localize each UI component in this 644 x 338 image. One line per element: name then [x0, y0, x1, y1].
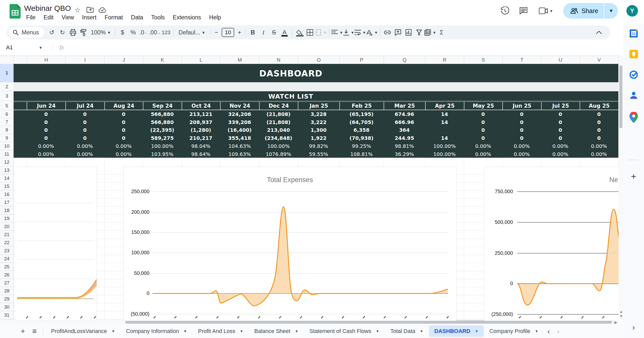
sheet-tab-company-profile[interactable]: Company Profile▼	[484, 325, 544, 337]
month-header-cell[interactable]: Dec 24	[259, 102, 298, 110]
cell[interactable]: 0	[27, 118, 65, 126]
strikethrough-button[interactable]: S	[269, 27, 279, 38]
paint-format-button[interactable]	[78, 27, 89, 38]
row-header-30[interactable]: 30	[0, 303, 14, 311]
cell[interactable]: 0	[541, 126, 580, 134]
sheet-tab-total-data[interactable]: Total Data▼	[385, 325, 429, 337]
row-header-20[interactable]: 20	[0, 223, 14, 231]
more-formats-button[interactable]: 123	[161, 27, 171, 38]
cell[interactable]: 0	[104, 118, 143, 126]
row-header-14[interactable]: 14	[0, 174, 14, 182]
share-caret-icon[interactable]: ▼	[604, 8, 618, 14]
tasks-icon[interactable]	[628, 69, 639, 80]
cell[interactable]: 0.00%	[580, 142, 618, 150]
format-percent-button[interactable]: %	[128, 27, 138, 38]
cell[interactable]: 0	[541, 134, 580, 142]
row-header-31[interactable]: 31	[0, 311, 14, 319]
month-header-cell[interactable]: Nov 24	[220, 102, 259, 110]
scroll-down-icon[interactable]: ▼	[619, 314, 623, 318]
column-header-T[interactable]: T	[502, 56, 541, 64]
cell[interactable]: 0	[65, 126, 104, 134]
maps-icon[interactable]	[628, 112, 639, 123]
cell[interactable]: 0	[541, 118, 580, 126]
zoom-select[interactable]: 100%▼	[89, 27, 113, 38]
cell[interactable]: 0	[502, 134, 541, 142]
spacer-row[interactable]	[14, 82, 618, 91]
text-rotation-button[interactable]: ▼	[366, 27, 378, 38]
cell[interactable]: 566,880	[143, 110, 182, 118]
font-size-input[interactable]: 10	[222, 28, 234, 37]
add-sheet-button[interactable]: +	[17, 325, 29, 337]
text-color-button[interactable]: A	[279, 27, 290, 38]
cell[interactable]: 0	[104, 134, 143, 142]
cell[interactable]: 355,418	[220, 134, 259, 142]
meet-video-icon[interactable]: ▼	[537, 6, 555, 16]
column-header-I[interactable]: I	[65, 56, 104, 64]
borders-button[interactable]	[305, 27, 315, 38]
row-header-28[interactable]: 28	[0, 287, 14, 295]
cell[interactable]: 0	[27, 134, 65, 142]
row-header-19[interactable]: 19	[0, 215, 14, 223]
column-header-H[interactable]: H	[27, 56, 65, 64]
cell[interactable]: 98.81%	[384, 142, 425, 150]
cell[interactable]: (64,705)	[339, 118, 384, 126]
month-header-cell[interactable]: Oct 24	[182, 102, 220, 110]
cell[interactable]: 14	[425, 134, 464, 142]
row-header-17[interactable]: 17	[0, 198, 14, 206]
cell[interactable]: 100.00%	[143, 142, 182, 150]
row-header-12[interactable]: 12	[0, 158, 14, 166]
cell[interactable]: 666.96	[384, 118, 425, 126]
column-header-N[interactable]: N	[259, 56, 298, 64]
name-box-caret-icon[interactable]: ▼	[39, 46, 49, 50]
cell[interactable]: 1,922	[298, 134, 339, 142]
tab-caret-icon[interactable]: ▼	[111, 329, 115, 333]
cell[interactable]: 0.00%	[541, 150, 580, 158]
cell[interactable]: 104.63%	[220, 142, 259, 150]
get-addons-icon[interactable]: +	[631, 171, 636, 182]
menu-extensions[interactable]: Extensions	[169, 13, 205, 22]
formula-input[interactable]	[64, 40, 619, 55]
functions-button[interactable]: Σ	[436, 27, 447, 38]
tab-caret-icon[interactable]: ▼	[535, 329, 538, 333]
watchlist-banner[interactable]: WATCH LIST	[14, 91, 618, 101]
cell[interactable]: 14	[425, 118, 464, 126]
cell[interactable]: 0	[27, 126, 65, 134]
cell[interactable]: (234,848)	[259, 134, 298, 142]
fill-color-button[interactable]	[294, 27, 305, 38]
row-header-23[interactable]: 23	[0, 247, 14, 255]
month-header-cell[interactable]: Jun 25	[502, 102, 541, 110]
cell[interactable]: 674.96	[384, 110, 425, 118]
all-sheets-button[interactable]: ≡	[29, 325, 40, 337]
month-header-cell[interactable]: Apr 25	[425, 102, 464, 110]
cell[interactable]: 0	[580, 126, 618, 134]
cell[interactable]: 0	[580, 118, 618, 126]
cell[interactable]: 0	[65, 134, 104, 142]
cell[interactable]: (1,280)	[182, 126, 220, 134]
tab-caret-icon[interactable]: ▼	[376, 329, 379, 333]
cell[interactable]: 0	[27, 110, 65, 118]
sheet-tab-profitandlossvariance[interactable]: ProfitAndLossVariance▼	[46, 325, 120, 337]
cell[interactable]: 14	[425, 110, 464, 118]
cell[interactable]: 100.00%	[425, 150, 464, 158]
row-header-13[interactable]: 13	[0, 166, 14, 174]
sheet-tab-statement-of-cash-flows[interactable]: Statement of Cash Flows▼	[304, 325, 385, 337]
menu-help[interactable]: Help	[205, 13, 225, 22]
cell[interactable]: 0	[464, 110, 502, 118]
calendar-icon[interactable]: 31	[628, 28, 639, 39]
cell[interactable]: 99.25%	[339, 142, 384, 150]
cell[interactable]: 0	[580, 134, 618, 142]
cell[interactable]: 100.00%	[425, 142, 464, 150]
row-header-6[interactable]: 6	[0, 110, 14, 118]
cell[interactable]: 208,937	[182, 118, 220, 126]
cell[interactable]: 0	[464, 134, 502, 142]
version-history-icon[interactable]	[500, 6, 510, 16]
print-button[interactable]	[68, 27, 78, 38]
filter-button[interactable]	[414, 27, 424, 38]
cell[interactable]: (21,808)	[259, 118, 298, 126]
row-header-1[interactable]: 1	[0, 64, 14, 82]
cell[interactable]: 99.82%	[298, 142, 339, 150]
column-header-J[interactable]: J	[104, 56, 143, 64]
dashboard-banner[interactable]: DASHBOARD	[14, 64, 618, 82]
menu-view[interactable]: View	[58, 13, 78, 22]
contacts-icon[interactable]	[628, 90, 639, 101]
